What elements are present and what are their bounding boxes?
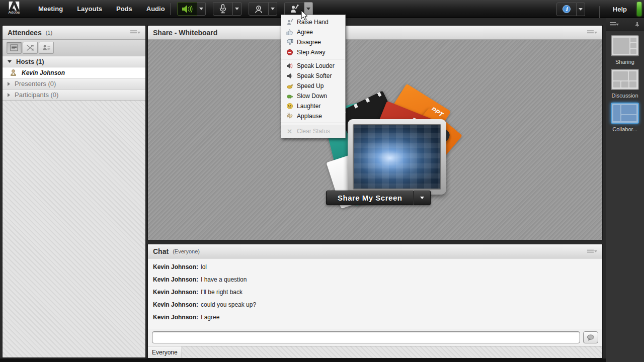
chevron-down-icon bbox=[235, 8, 239, 10]
attendee-row-host[interactable]: Kevin Johnson bbox=[3, 67, 145, 78]
menu-item-label: Slow Down bbox=[297, 93, 327, 100]
chat-message-text: could you speak up? bbox=[201, 301, 256, 308]
menu-layouts[interactable]: Layouts bbox=[70, 0, 109, 18]
attendees-pod: Attendees (1) bbox=[2, 25, 146, 358]
layouts-menu-button[interactable] bbox=[610, 22, 619, 28]
menu-item-step-away[interactable]: Step Away bbox=[281, 47, 345, 57]
menu-item-raise-hand[interactable]: Raise Hand bbox=[281, 17, 345, 27]
share-header: Share - Whiteboard bbox=[148, 26, 602, 40]
thumbs-down-icon bbox=[286, 39, 293, 46]
menu-item-label: Disagree bbox=[297, 39, 321, 46]
collaboration-layout-thumbnail bbox=[611, 103, 639, 124]
chat-pod-options-button[interactable] bbox=[587, 248, 597, 255]
breakout-arrows-icon bbox=[26, 44, 34, 51]
hare-icon bbox=[286, 82, 293, 90]
help-menu[interactable]: Help bbox=[613, 6, 627, 13]
chat-message-text: I'll be right back bbox=[201, 289, 243, 296]
clear-status-icon: ✕ bbox=[286, 128, 293, 135]
attendees-group-presenters[interactable]: Presenters (0) bbox=[3, 78, 145, 89]
menu-item-agree[interactable]: Agree bbox=[281, 27, 345, 37]
attendees-toolbar bbox=[3, 40, 145, 56]
attendee-list-view-button[interactable] bbox=[7, 42, 22, 54]
menu-pods[interactable]: Pods bbox=[109, 0, 139, 18]
adobe-logo[interactable]: Adobe bbox=[4, 1, 24, 17]
chat-pod: Chat (Everyone) Kevin Johnson:lol Kevin … bbox=[147, 244, 603, 358]
chat-message-text: I agree bbox=[201, 314, 219, 321]
monitor-graphic bbox=[348, 119, 446, 195]
webcam-button-group bbox=[249, 2, 277, 16]
host-role-icon bbox=[10, 69, 17, 76]
speaker-icon bbox=[182, 5, 193, 14]
layout-label: Sharing bbox=[606, 59, 644, 65]
attendees-group-participants[interactable]: Participants (0) bbox=[3, 89, 145, 101]
chat-tab-everyone[interactable]: Everyone bbox=[148, 346, 182, 358]
chat-message-text: lol bbox=[201, 263, 207, 270]
discussion-layout-thumbnail bbox=[611, 69, 639, 90]
group-label: Hosts (1) bbox=[16, 58, 44, 65]
layout-region bbox=[613, 105, 620, 121]
menu-item-slow-down[interactable]: Slow Down bbox=[281, 91, 345, 101]
pin-icon[interactable] bbox=[634, 22, 640, 27]
layout-region bbox=[630, 38, 636, 54]
webcam-button[interactable] bbox=[249, 2, 269, 16]
menu-item-speed-up[interactable]: Speed Up bbox=[281, 81, 345, 91]
toolbar-divider bbox=[170, 3, 171, 15]
applause-icon bbox=[286, 113, 293, 120]
menu-item-label: Speak Softer bbox=[297, 72, 332, 79]
pod-menu-icon bbox=[130, 30, 137, 35]
menu-item-label: Speed Up bbox=[297, 82, 324, 89]
attendee-status-view-button[interactable] bbox=[39, 42, 54, 54]
info-button-group: i bbox=[556, 3, 585, 16]
layout-option-sharing[interactable]: Sharing bbox=[606, 35, 644, 65]
speaker-soft-icon bbox=[286, 72, 293, 80]
share-my-screen-button[interactable]: Share My Screen bbox=[326, 191, 414, 205]
menu-item-speak-softer[interactable]: Speak Softer bbox=[281, 71, 345, 81]
attendees-pod-options-button[interactable] bbox=[130, 29, 140, 36]
menu-item-label: Clear Status bbox=[297, 128, 330, 135]
menu-item-clear-status[interactable]: ✕ Clear Status bbox=[281, 125, 345, 138]
pod-menu-icon bbox=[610, 22, 616, 27]
info-button[interactable]: i bbox=[556, 3, 577, 16]
chevron-down-icon bbox=[137, 32, 140, 34]
microphone-button[interactable] bbox=[213, 2, 233, 16]
share-pod-options-button[interactable] bbox=[587, 29, 597, 36]
menu-item-label: Speak Louder bbox=[297, 62, 335, 69]
menu-meeting[interactable]: Meeting bbox=[31, 0, 70, 18]
menu-item-laughter[interactable]: Laughter bbox=[281, 101, 345, 111]
chat-scope: (Everyone) bbox=[173, 248, 200, 254]
thumbs-up-icon bbox=[286, 29, 293, 36]
pod-menu-icon bbox=[587, 249, 594, 253]
speaker-options-arrow[interactable] bbox=[197, 2, 206, 16]
info-options-arrow[interactable] bbox=[577, 3, 585, 16]
webcam-icon bbox=[254, 5, 263, 14]
share-pod: Share - Whiteboard PPT PDF ♪ bbox=[147, 25, 603, 240]
chat-send-button[interactable] bbox=[583, 331, 598, 343]
layout-option-discussion[interactable]: Discussion bbox=[606, 69, 644, 99]
list-view-icon bbox=[10, 44, 18, 51]
breakout-view-button[interactable] bbox=[23, 42, 38, 54]
av-toolbar bbox=[177, 2, 313, 16]
menu-item-label: Applause bbox=[297, 113, 322, 120]
chat-message: Kevin Johnson:lol bbox=[153, 263, 597, 270]
info-icon: i bbox=[562, 5, 571, 14]
chat-input-row bbox=[148, 329, 602, 346]
share-options-arrow[interactable] bbox=[414, 191, 431, 205]
attendees-group-hosts[interactable]: Hosts (1) bbox=[3, 56, 145, 67]
connection-status-meter[interactable] bbox=[637, 2, 641, 16]
attendees-empty-area bbox=[3, 101, 145, 357]
speaker-button[interactable] bbox=[177, 2, 197, 16]
layout-option-collaboration[interactable]: Collabor... bbox=[606, 103, 644, 132]
speech-bubble-icon bbox=[587, 334, 595, 341]
chat-input[interactable] bbox=[152, 331, 580, 343]
chat-message: Kevin Johnson:I agree bbox=[153, 314, 597, 321]
menu-audio[interactable]: Audio bbox=[139, 0, 172, 18]
menu-item-applause[interactable]: Applause bbox=[281, 111, 345, 121]
menu-item-disagree[interactable]: Disagree bbox=[281, 37, 345, 47]
menu-item-speak-louder[interactable]: Speak Louder bbox=[281, 61, 345, 71]
webcam-options-arrow[interactable] bbox=[269, 2, 277, 16]
microphone-options-arrow[interactable] bbox=[233, 2, 242, 16]
attendee-name: Kevin Johnson bbox=[22, 69, 65, 76]
chat-message-author: Kevin Johnson: bbox=[153, 301, 198, 308]
chat-message-list: Kevin Johnson:lol Kevin Johnson:I have a… bbox=[148, 258, 602, 329]
chevron-down-icon bbox=[594, 32, 597, 34]
